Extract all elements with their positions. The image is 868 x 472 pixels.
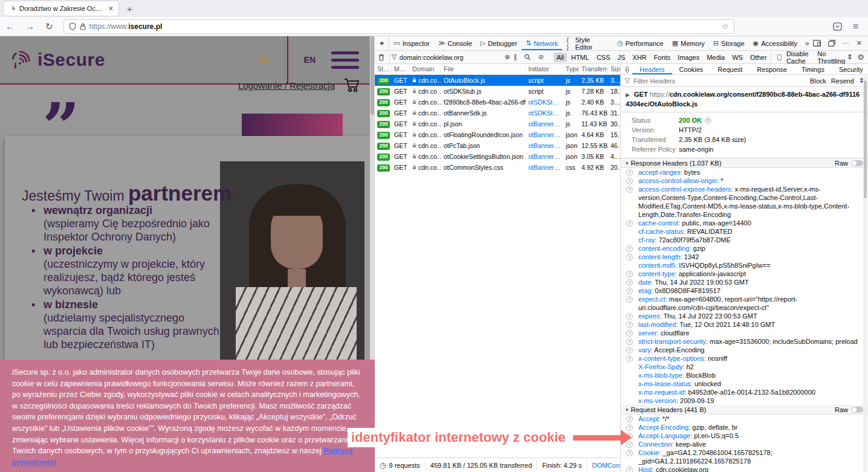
lang-en-button[interactable]: EN (288, 55, 331, 65)
type-filter-button[interactable]: All (554, 53, 567, 62)
site-scrollbar-thumb[interactable] (371, 36, 374, 115)
site-menu-icon[interactable] (331, 51, 359, 69)
type-filter-button[interactable]: HTML (568, 53, 592, 62)
lock-icon[interactable] (80, 23, 86, 30)
type-filter-button[interactable]: Images (675, 53, 702, 62)
header-row[interactable]: ? content-encoding: gzip (621, 244, 868, 253)
header-row[interactable]: ? Accept-Language: pl,en-US;q=0.5 (621, 432, 868, 440)
header-info-icon[interactable]: ? (626, 220, 633, 227)
header-row[interactable]: ? x-ms-version: 2009-09-19 (621, 396, 868, 405)
type-filter-button[interactable]: WS (729, 53, 746, 62)
col-status[interactable]: St… (375, 64, 392, 74)
request-url-block[interactable]: ▶ GET https://cdn.cookielaw.org/consent/… (621, 87, 868, 112)
header-row[interactable]: ? content-md5: ISVHQDp8yLpS5h8SniPgIw== (621, 261, 868, 270)
header-info-icon[interactable]: ? (626, 254, 633, 260)
header-row[interactable]: ? x-ms-lease-status: unlocked (621, 380, 868, 388)
twisty-icon[interactable]: ▶ (626, 92, 630, 98)
header-info-icon[interactable]: ? (626, 355, 633, 362)
more-tabs-chevron-icon[interactable]: » (802, 39, 813, 48)
section-twisty-icon[interactable]: ▾ (626, 407, 629, 413)
type-filter-button[interactable]: CSS (594, 53, 614, 62)
response-headers-section[interactable]: ▾ Response Headers (1.037 KB) Raw (621, 158, 868, 168)
header-row[interactable]: ? expires: Thu, 14 Jul 2022 23:00:53 GMT (621, 312, 868, 320)
info-question-icon[interactable]: ? (705, 117, 711, 124)
stopwatch-icon[interactable]: ◷ (380, 461, 386, 470)
url-bar[interactable]: https://www.isecure.pl ☆ (63, 19, 734, 34)
header-row[interactable]: ? Accept-Encoding: gzip, deflate, br (621, 423, 868, 432)
header-info-icon[interactable]: ? (626, 467, 633, 472)
type-filter-button[interactable]: Media (704, 53, 728, 62)
detail-tab[interactable]: Timings (794, 64, 832, 74)
type-filter-button[interactable]: Other (747, 53, 770, 62)
devtools-tab[interactable]: ▷ Debugger (476, 36, 522, 50)
url-filter-input[interactable] (400, 54, 502, 61)
devtools-tab[interactable]: ▦ Memory (668, 36, 709, 50)
header-info-icon[interactable]: ? (626, 288, 633, 294)
back-button[interactable]: ← (0, 21, 20, 31)
bookmark-star-icon[interactable]: ☆ (722, 22, 729, 31)
request-row[interactable]: 200 GET cdn.co… otBannerSdk.js otSDKSt… … (375, 108, 620, 118)
cart-icon[interactable] (343, 77, 361, 93)
type-filter-button[interactable]: XHR (629, 53, 649, 62)
header-info-icon[interactable]: ? (626, 169, 633, 176)
detail-scrollbar[interactable] (863, 76, 867, 472)
header-row[interactable]: ? server: cloudflare (621, 329, 868, 337)
devtools-tab[interactable]: ⇅ Network (522, 36, 563, 50)
header-info-icon[interactable]: ? (626, 313, 633, 320)
devtools-tab[interactable]: ▭ Inspector (389, 36, 434, 50)
header-row[interactable]: ? access-control-expose-headers: x-ms-re… (621, 185, 868, 219)
header-info-icon[interactable]: ? (626, 347, 633, 354)
header-row[interactable]: ? expect-ct: max-age=604800, report-uri=… (621, 295, 868, 312)
header-row[interactable]: ? cache-control: public, max-age=14400 (621, 219, 868, 227)
col-domain[interactable]: Domain (410, 64, 441, 74)
header-row[interactable]: ? x-ms-request-id: b4952d0e-a01e-0014-21… (621, 388, 868, 396)
request-row[interactable]: 200 GET cdn.co… otPcTab.json otBanner… j… (375, 140, 620, 151)
devtools-tab[interactable]: { } Style Editor (562, 36, 613, 50)
col-transferred[interactable]: Transferred (579, 64, 608, 74)
split-pane-icon[interactable]: ▸ (626, 66, 629, 73)
search-icon[interactable] (520, 54, 534, 60)
request-headers-section[interactable]: ▾ Request Headers (441 B) Raw (621, 405, 868, 415)
header-info-icon[interactable]: ? (626, 279, 633, 286)
col-method[interactable]: M… (392, 64, 410, 74)
raw-toggle-switch[interactable] (851, 407, 863, 413)
header-row[interactable]: ? content-type: application/x-javascript (621, 270, 868, 278)
disable-cache-label[interactable]: Disable Cache (786, 50, 812, 65)
pick-element-icon[interactable]: ⌖ (375, 36, 389, 50)
request-row[interactable]: 200 GET cdn.co… otFloatingRoundedIcon.js… (375, 129, 620, 140)
clear-requests-icon[interactable] (375, 54, 388, 61)
devtools-close-icon[interactable]: ✕ (857, 39, 862, 47)
filter-headers-placeholder[interactable]: Filter Headers (633, 77, 675, 85)
header-info-icon[interactable]: ? (626, 450, 633, 456)
header-row[interactable]: ? Host: cdn.cookielaw.org (621, 465, 868, 472)
request-row[interactable]: 200 GET cdn.co… pl.json otBanner… js 11.… (375, 118, 620, 129)
col-initiator[interactable]: Initiator (526, 64, 563, 74)
header-info-icon[interactable]: ? (626, 245, 633, 252)
detail-tab[interactable]: Cookies (672, 64, 711, 74)
header-info-icon[interactable]: ? (626, 186, 633, 193)
header-info-icon[interactable]: ? (626, 322, 633, 328)
browser-tab[interactable]: Doradztwo w Zakresie Ochrony Dany ✕ (4, 1, 118, 16)
section-twisty-icon[interactable]: ▾ (626, 160, 629, 166)
col-file[interactable]: File (441, 64, 526, 74)
detail-scrollbar-thumb[interactable] (864, 80, 867, 198)
header-row[interactable]: ? vary: Accept-Encoding (621, 346, 868, 354)
detail-tab[interactable]: Request (710, 64, 750, 74)
header-info-icon[interactable]: ? (626, 338, 633, 345)
header-info-icon[interactable]: ? (626, 330, 633, 337)
url-filter[interactable]: ⊗ (391, 53, 510, 61)
header-row[interactable]: ? cf-cache-status: REVALIDATED (621, 227, 868, 236)
type-filter-button[interactable]: Fonts (651, 53, 674, 62)
responsive-mode-icon[interactable] (813, 40, 821, 47)
devtools-tab[interactable]: ⊟ Storage (709, 36, 749, 50)
throttling-select[interactable]: No Throttling⇕ (817, 50, 852, 65)
header-row[interactable]: ? accept-ranges: bytes (621, 168, 868, 176)
separate-window-icon[interactable] (828, 40, 835, 47)
forward-button[interactable]: → (20, 21, 40, 31)
header-info-icon[interactable]: ? (626, 178, 633, 184)
lang-pl-button[interactable]: PL (242, 55, 287, 65)
url-text[interactable]: https://www.isecure.pl (89, 22, 163, 31)
app-menu-icon[interactable]: ≡ (853, 21, 858, 32)
block-button[interactable]: Block (810, 77, 826, 85)
header-row[interactable]: ? Accept: */* (621, 415, 868, 423)
